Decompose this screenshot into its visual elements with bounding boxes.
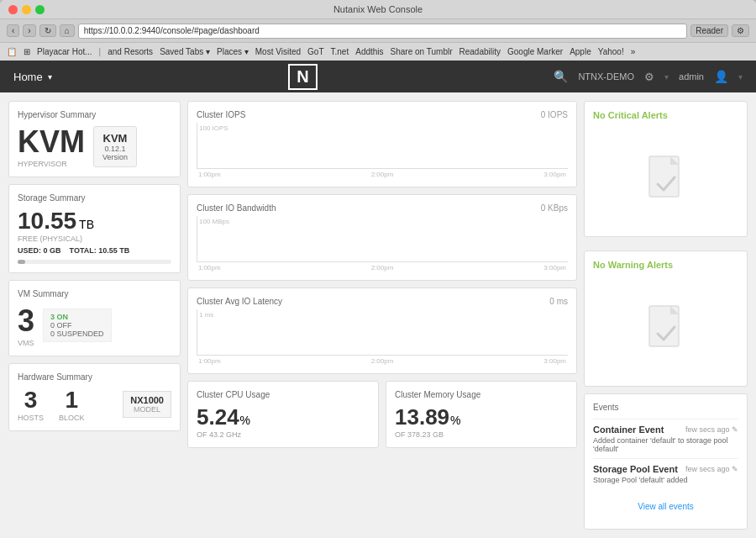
cluster-iops-value: 0 IOPS	[541, 110, 568, 119]
bookmark-readability[interactable]: Readability	[459, 47, 501, 56]
latency-max-label: 1 ms	[199, 311, 213, 319]
blocks-label: BLOCK	[59, 414, 85, 422]
minimize-button[interactable]	[22, 5, 31, 14]
home-browser-button[interactable]: ⌂	[60, 24, 75, 37]
hosts-label: HOSTS	[18, 414, 44, 422]
vm-title: VM Summary	[18, 289, 171, 298]
cpu-title: Cluster CPU Usage	[197, 390, 370, 399]
settings-browser-button[interactable]: ⚙	[732, 24, 749, 37]
event-time-2: few secs ago ✎	[685, 465, 738, 473]
cluster-name: NTNX-DEMO	[578, 71, 634, 82]
bookmark-tnet[interactable]: T.net	[331, 47, 349, 56]
hypervisor-label: HYPERVISOR	[18, 160, 85, 168]
cpu-pct-sign: %	[240, 414, 250, 427]
event-desc-2: Storage Pool 'default' added	[593, 476, 738, 484]
reader-button[interactable]: Reader	[690, 24, 728, 37]
bookmark-playacar[interactable]: Playacar Hot...	[37, 47, 92, 56]
dashboard: Hypervisor Summary KVM HYPERVISOR KVM 0.…	[0, 92, 756, 538]
home-label: Home	[13, 71, 43, 83]
vm-count: 3	[18, 303, 34, 339]
forward-button[interactable]: ›	[23, 24, 35, 37]
hypervisor-card: Hypervisor Summary KVM HYPERVISOR KVM 0.…	[8, 101, 181, 177]
vm-off: 0 OFF	[50, 321, 104, 330]
app-header: Home ▾ N 🔍 NTNX-DEMO ⚙ ▾ admin 👤 ▾	[0, 61, 756, 92]
bookmark-item[interactable]: ⊞	[24, 47, 30, 56]
storage-used: USED: 0 GB	[18, 246, 61, 255]
hypervisor-type: KVM	[18, 124, 85, 160]
cluster-latency-title: Cluster Avg IO Latency	[197, 297, 282, 306]
bookmark-more[interactable]: »	[631, 47, 636, 56]
event-item-container: Container Event few secs ago ✎ Added con…	[593, 419, 738, 458]
view-all-events[interactable]: View all events	[593, 498, 738, 513]
traffic-lights	[8, 5, 45, 14]
event-name-2: Storage Pool Event	[593, 464, 678, 474]
bookmark-apple[interactable]: Apple	[570, 47, 591, 56]
cluster-io-card: Cluster IO Bandwidth 0 KBps 100 MBps 1:0…	[187, 194, 577, 281]
close-button[interactable]	[8, 5, 18, 14]
user-label: admin	[679, 71, 704, 82]
event-item-2: Storage Pool Event few secs ago ✎ Storag…	[593, 458, 738, 489]
critical-alerts-title: No Critical Alerts	[593, 110, 668, 120]
iops-times: 1:00pm 2:00pm 3:00pm	[197, 171, 568, 178]
clock-icon: ✎	[732, 425, 738, 434]
window-title: Nutanix Web Console	[333, 4, 423, 14]
hardware-model: NX1000	[130, 395, 164, 405]
address-bar[interactable]: https://10.0.0.2:9440/console/#page/dash…	[78, 24, 687, 39]
app-logo: N	[52, 64, 554, 90]
vm-stats-box: 3 ON 0 OFF 0 SUSPENDED	[43, 309, 112, 342]
warning-alerts-section: No Warning Alerts	[584, 251, 748, 387]
kvm-box-name: KVM	[102, 132, 128, 145]
cluster-io-title: Cluster IO Bandwidth	[197, 203, 276, 213]
bookmark-google-marker[interactable]: Google Marker	[507, 47, 563, 56]
maximize-button[interactable]	[35, 5, 45, 14]
iops-max-label: 100 IOPS	[199, 124, 228, 132]
title-bar: Nutanix Web Console	[0, 0, 756, 18]
bookmark-resorts[interactable]: and Resorts	[108, 47, 153, 56]
storage-bar-bg	[18, 260, 171, 264]
memory-pct-sign: %	[450, 414, 460, 427]
view-all-link[interactable]: View all events	[638, 502, 694, 511]
cluster-iops-card: Cluster IOPS 0 IOPS 100 IOPS 1:00pm 2:00…	[187, 101, 577, 187]
critical-alerts-section: No Critical Alerts	[584, 101, 748, 237]
back-button[interactable]: ‹	[7, 24, 19, 37]
cpu-sub: OF 43.2 GHz	[197, 430, 370, 439]
bookmark-got[interactable]: GoT	[307, 47, 323, 56]
storage-free-label: FREE (PHYSICAL)	[18, 235, 171, 243]
bookmark-most-visited[interactable]: Most Visited	[255, 47, 301, 56]
event-time-1: few secs ago ✎	[685, 425, 738, 434]
home-nav[interactable]: Home ▾	[13, 71, 52, 83]
bookmark-yahoo[interactable]: Yahoo!	[598, 47, 624, 56]
storage-card: Storage Summary 10.55 TB FREE (PHYSICAL)…	[8, 184, 181, 273]
warning-alert-icon	[593, 302, 738, 352]
refresh-button[interactable]: ↻	[39, 24, 56, 37]
hypervisor-version-box: KVM 0.12.1 Version	[93, 126, 137, 167]
hardware-title: Hardware Summary	[18, 372, 171, 382]
hypervisor-title: Hypervisor Summary	[18, 110, 171, 119]
user-icon[interactable]: 👤	[714, 70, 728, 83]
browser-toolbar: ‹ › ↻ ⌂ https://10.0.0.2:9440/console/#p…	[0, 18, 756, 42]
settings-icon[interactable]: ⚙	[644, 71, 654, 83]
blocks-count: 1	[59, 387, 85, 414]
header-right: 🔍 NTNX-DEMO ⚙ ▾ admin 👤 ▾	[554, 70, 743, 83]
kvm-version-label: Version	[102, 153, 128, 161]
bookmark-item[interactable]: 📋	[7, 47, 17, 56]
bookmark-saved-tabs[interactable]: Saved Tabs ▾	[160, 47, 210, 56]
critical-alert-icon	[593, 152, 738, 203]
kvm-version: 0.12.1	[102, 145, 128, 153]
file-check-icon-2	[645, 302, 687, 352]
bookmark-addthis[interactable]: Addthis	[355, 47, 383, 56]
storage-total: TOTAL: 10.55 TB	[70, 246, 130, 255]
app: Home ▾ N 🔍 NTNX-DEMO ⚙ ▾ admin 👤 ▾	[0, 61, 756, 538]
cluster-latency-card: Cluster Avg IO Latency 0 ms 1 ms 1:00pm …	[187, 287, 577, 374]
right-panel: No Critical Alerts No Warning Alerts	[584, 101, 748, 530]
clock-icon-2: ✎	[732, 465, 738, 473]
cluster-io-chart: 100 MBps	[197, 216, 568, 262]
warning-alerts-title: No Warning Alerts	[593, 260, 673, 270]
storage-size: 10.55	[18, 208, 76, 235]
bookmark-places[interactable]: Places ▾	[217, 47, 249, 56]
bookmark-tumblr[interactable]: Share on Tumblr	[391, 47, 453, 56]
search-icon[interactable]: 🔍	[554, 70, 568, 83]
memory-card: Cluster Memory Usage 13.89 % OF 378.23 G…	[386, 381, 577, 448]
file-check-icon	[645, 152, 687, 203]
event-name-1: Container Event	[593, 425, 664, 435]
